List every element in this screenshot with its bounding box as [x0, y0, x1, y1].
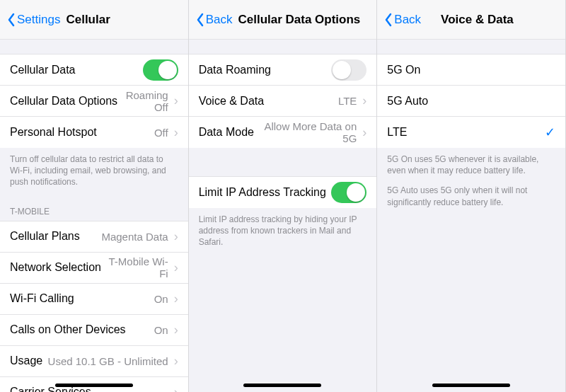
home-indicator[interactable]: [243, 384, 321, 387]
back-button[interactable]: Settings: [7, 13, 60, 27]
toggle-data-roaming[interactable]: [331, 59, 366, 81]
row-label: Limit IP Address Tracking: [199, 186, 326, 199]
chevron-right-icon: ›: [362, 93, 366, 108]
row-personal-hotspot[interactable]: Personal Hotspot Off ›: [0, 117, 188, 148]
row-value: Used 10.1 GB - Unlimited: [48, 355, 168, 367]
home-indicator[interactable]: [55, 384, 133, 387]
row-label: Cellular Data: [10, 64, 75, 76]
checkmark-icon: ✓: [545, 125, 555, 140]
toggle-cellular-data[interactable]: [143, 59, 178, 81]
row-label: Personal Hotspot: [10, 126, 97, 139]
row-label: Network Selection: [10, 261, 101, 274]
footer-text: Limit IP address tracking by hiding your…: [189, 208, 377, 257]
row-label: Cellular Data Options: [10, 95, 117, 108]
chevron-right-icon: ›: [174, 229, 178, 244]
chevron-right-icon: ›: [174, 354, 178, 369]
section-header: T-Mobile: [0, 197, 188, 221]
chevron-right-icon: ›: [174, 292, 178, 306]
row-value: Off: [154, 127, 168, 139]
row-cellular-data-options[interactable]: Cellular Data Options Roaming Off ›: [0, 86, 188, 117]
footer-text: 5G Auto uses 5G only when it will not si…: [377, 185, 565, 216]
back-label: Settings: [17, 13, 60, 27]
toggle-limit-ip[interactable]: [331, 182, 366, 203]
content: 5G On 5G Auto LTE ✓ 5G On uses 5G whenev…: [377, 40, 565, 392]
row-lte[interactable]: LTE ✓: [377, 117, 565, 148]
footer-text: Turn off cellular data to restrict all d…: [0, 148, 188, 197]
row-calls-other-devices[interactable]: Calls on Other Devices On ›: [0, 315, 188, 346]
group-privacy: Limit IP Address Tracking: [189, 176, 377, 208]
chevron-left-icon: [196, 13, 204, 27]
row-label: Wi-Fi Calling: [10, 292, 74, 305]
row-wifi-calling[interactable]: Wi-Fi Calling On ›: [0, 284, 188, 315]
row-label: Cellular Plans: [10, 230, 80, 243]
screen-voice-and-data: Back Voice & Data 5G On 5G Auto LTE ✓ 5G…: [377, 0, 566, 392]
navbar: Settings Cellular: [0, 0, 188, 40]
row-label: 5G On: [387, 64, 420, 76]
chevron-left-icon: [7, 13, 16, 27]
page-title: Cellular Data Options: [238, 13, 360, 27]
content: Data Roaming Voice & Data LTE › Data Mod…: [189, 40, 377, 392]
group-options: Data Roaming Voice & Data LTE › Data Mod…: [189, 54, 377, 148]
row-data-roaming[interactable]: Data Roaming: [189, 54, 377, 86]
page-title: Cellular: [66, 13, 110, 27]
row-limit-ip-tracking[interactable]: Limit IP Address Tracking: [189, 177, 377, 208]
row-cellular-data[interactable]: Cellular Data: [0, 54, 188, 86]
row-value: Allow More Data on 5G: [254, 120, 357, 144]
footer-text: 5G On uses 5G whenever it is available, …: [377, 148, 565, 185]
page-title: Voice & Data: [441, 13, 514, 27]
chevron-right-icon: ›: [174, 125, 178, 140]
chevron-left-icon: [384, 13, 393, 27]
group-carrier: Cellular Plans Magenta Data › Network Se…: [0, 221, 188, 392]
row-label: LTE: [387, 126, 407, 139]
chevron-right-icon: ›: [174, 385, 178, 392]
chevron-right-icon: ›: [174, 323, 178, 338]
row-label: Voice & Data: [199, 95, 265, 108]
chevron-right-icon: ›: [362, 125, 366, 140]
row-label: Calls on Other Devices: [10, 323, 126, 336]
home-indicator[interactable]: [432, 384, 510, 387]
row-network-selection[interactable]: Network Selection T-Mobile Wi-Fi ›: [0, 253, 188, 284]
row-voice-and-data[interactable]: Voice & Data LTE ›: [189, 86, 377, 117]
navbar: Back Cellular Data Options: [189, 0, 377, 40]
back-label: Back: [206, 13, 233, 27]
back-label: Back: [394, 13, 421, 27]
row-value: Magenta Data: [101, 231, 168, 243]
row-value: On: [154, 324, 168, 336]
chevron-right-icon: ›: [174, 93, 178, 108]
row-value: On: [154, 293, 168, 305]
navbar: Back Voice & Data: [377, 0, 565, 40]
row-label: Data Roaming: [199, 64, 271, 76]
content: Cellular Data Cellular Data Options Roam…: [0, 40, 188, 392]
group-voice-data-options: 5G On 5G Auto LTE ✓: [377, 54, 565, 148]
row-label: Usage: [10, 354, 42, 367]
row-value: LTE: [338, 95, 357, 107]
screen-cellular: Settings Cellular Cellular Data Cellular…: [0, 0, 189, 392]
screen-cellular-data-options: Back Cellular Data Options Data Roaming …: [189, 0, 378, 392]
back-button[interactable]: Back: [384, 13, 421, 27]
back-button[interactable]: Back: [196, 13, 233, 27]
row-data-mode[interactable]: Data Mode Allow More Data on 5G ›: [189, 117, 377, 148]
group-main: Cellular Data Cellular Data Options Roam…: [0, 54, 188, 148]
row-5g-on[interactable]: 5G On: [377, 54, 565, 86]
row-5g-auto[interactable]: 5G Auto: [377, 86, 565, 117]
row-label: 5G Auto: [387, 95, 428, 108]
row-cellular-plans[interactable]: Cellular Plans Magenta Data ›: [0, 221, 188, 253]
chevron-right-icon: ›: [174, 260, 178, 275]
row-value: T-Mobile Wi-Fi: [101, 255, 168, 279]
row-label: Data Mode: [199, 126, 254, 139]
row-value: Roaming Off: [117, 89, 168, 113]
row-usage[interactable]: Usage Used 10.1 GB - Unlimited ›: [0, 346, 188, 377]
